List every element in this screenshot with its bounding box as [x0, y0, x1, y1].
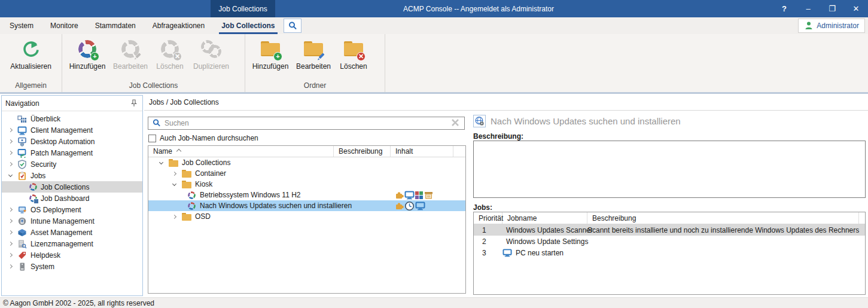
ordner-hinzufuegen-button[interactable]: + Hinzufügen	[249, 36, 292, 71]
chevron-down-icon[interactable]	[8, 173, 12, 177]
job-collection-duplizieren-button: Duplizieren	[188, 36, 234, 71]
menu-item-stammdaten[interactable]: Stammdaten	[87, 17, 144, 34]
menu-search-button[interactable]	[284, 19, 301, 33]
plus-badge-icon: +	[273, 52, 282, 61]
column-header-prioritaet[interactable]: Priorität	[474, 212, 502, 224]
button-label: Bearbeiten	[296, 62, 331, 71]
chevron-right-icon[interactable]	[8, 242, 12, 246]
job-collection-delete-icon: ✕	[160, 39, 180, 59]
chevron-right-icon[interactable]	[8, 264, 12, 269]
tree-row-label: Job Collections	[182, 158, 230, 167]
tree-row-kiosk[interactable]: Kiosk	[148, 179, 465, 190]
sidebar-item-ueberblick[interactable]: Überblick	[2, 113, 142, 124]
folder-edit-icon	[303, 39, 324, 59]
sidebar-item-os-deployment[interactable]: OS Deployment	[2, 204, 142, 215]
column-label: Priorität	[479, 214, 503, 222]
chevron-right-icon[interactable]	[8, 219, 12, 223]
column-header-jobname[interactable]: Jobname	[502, 212, 587, 224]
folder-add-icon: +	[260, 39, 281, 59]
job-collection-hinzufuegen-button[interactable]: + Hinzufügen	[66, 36, 109, 71]
tree-row-betriebssystem-windows-11-h2[interactable]: Betriebssystem Windows 11 H2	[148, 190, 465, 200]
sidebar-item-jobs[interactable]: Jobs	[2, 170, 142, 181]
description-label: Beschreibung:	[473, 132, 523, 141]
sidebar-item-client-management[interactable]: Client Management	[2, 124, 142, 136]
column-header-empty	[859, 212, 865, 224]
x-badge-icon: ✕	[357, 52, 366, 61]
search-input[interactable]	[165, 119, 448, 127]
job-row-windows-update-settings[interactable]: 2 Windows Update Settings	[474, 236, 865, 247]
tree-row-label: Kiosk	[195, 180, 212, 188]
column-header-name[interactable]: Name	[148, 146, 334, 157]
chevron-right-icon[interactable]	[8, 230, 12, 234]
window-title: ACMP Console -- Angemeldet als Administr…	[335, 0, 622, 17]
chevron-right-icon[interactable]	[8, 128, 12, 132]
window-controls: ? – ❐ ✕	[772, 0, 868, 17]
tree-row-osd[interactable]: OSD	[148, 211, 465, 222]
tree-row-job-collections[interactable]: Job Collections	[148, 157, 465, 168]
sidebar-item-intune-management[interactable]: Intune Management	[2, 215, 142, 227]
menu-item-monitore[interactable]: Monitore	[42, 17, 87, 34]
tree-row-nach-windows-updates[interactable]: Nach Windows Updates suchen und installi…	[148, 200, 465, 211]
chevron-right-icon[interactable]	[8, 139, 12, 144]
column-header-inhalt[interactable]: Inhalt	[391, 146, 453, 157]
column-header-beschreibung[interactable]: Beschreibung	[587, 212, 859, 224]
overview-icon	[17, 114, 27, 124]
menu-item-system[interactable]: System	[1, 17, 42, 34]
os-deployment-icon	[17, 205, 27, 215]
chevron-right-icon[interactable]	[172, 171, 176, 175]
sidebar-item-system[interactable]: System	[2, 261, 142, 272]
description-textarea[interactable]	[473, 141, 866, 198]
job-row-pc-neu-starten[interactable]: 3 PC neu starten	[474, 247, 865, 258]
sidebar-item-label: Überblick	[31, 115, 60, 123]
sidebar-item-security[interactable]: Security	[2, 158, 142, 170]
job-collections-list-panel: Auch Job-Namen durchsuchen Name Beschrei…	[147, 112, 468, 295]
job-collection-duplicate-icon	[201, 39, 221, 59]
job-row-windows-updates-scanner[interactable]: 1 Windows Updates Scanner Scannt bereits…	[474, 224, 865, 236]
asset-management-icon	[17, 228, 27, 237]
chevron-right-icon[interactable]	[172, 214, 176, 218]
ordner-bearbeiten-button[interactable]: Bearbeiten	[292, 36, 335, 71]
plus-badge-icon: +	[90, 52, 99, 61]
chevron-down-icon[interactable]	[172, 181, 176, 185]
chevron-right-icon[interactable]	[8, 162, 12, 166]
user-button-label: Administrator	[817, 22, 859, 30]
column-header-beschreibung[interactable]: Beschreibung	[334, 146, 391, 157]
help-button[interactable]: ?	[772, 0, 796, 17]
checkbox-unchecked[interactable]	[148, 135, 156, 142]
user-button[interactable]: Administrator	[798, 19, 865, 33]
pin-icon[interactable]	[129, 99, 139, 108]
titlebar-active-tab[interactable]: Job Collections	[211, 0, 275, 17]
column-label: Beschreibung	[339, 147, 382, 155]
navigation-title: Navigation	[5, 99, 129, 108]
sidebar-item-job-dashboard[interactable]: Job Dashboard	[2, 193, 142, 204]
chevron-right-icon[interactable]	[8, 151, 12, 155]
chevron-right-icon[interactable]	[8, 253, 12, 257]
aktualisieren-button[interactable]: Aktualisieren	[4, 36, 58, 71]
breadcrumb-text: Jobs / Job Collections	[149, 98, 219, 106]
sidebar-item-label: Job Dashboard	[41, 194, 89, 203]
ordner-loeschen-button[interactable]: ✕ Löschen	[335, 36, 372, 71]
sidebar-item-helpdesk[interactable]: Helpdesk	[2, 249, 142, 261]
folder-icon	[182, 170, 191, 178]
chevron-down-icon[interactable]	[159, 160, 163, 164]
tree-row-label: Nach Windows Updates suchen und installi…	[200, 202, 352, 210]
minimize-button[interactable]: –	[796, 0, 820, 17]
sidebar-item-desktop-automation[interactable]: Desktop Automation	[2, 136, 142, 147]
sidebar-item-asset-management[interactable]: Asset Management	[2, 227, 142, 238]
restore-button[interactable]: ❐	[820, 0, 844, 17]
close-button[interactable]: ✕	[844, 0, 868, 17]
tree-row-container[interactable]: Container	[148, 168, 465, 179]
menubar: System Monitore Stammdaten Abfrageaktion…	[0, 17, 868, 34]
puzzle-icon	[394, 201, 404, 211]
job-collection-icon	[188, 202, 196, 210]
clear-icon[interactable]	[451, 118, 461, 128]
chevron-right-icon[interactable]	[8, 208, 12, 212]
search-jobnames-option[interactable]: Auch Job-Namen durchsuchen	[148, 134, 258, 142]
sidebar-item-job-collections[interactable]: Job Collections	[2, 181, 142, 193]
sidebar-item-lizenzmanagement[interactable]: Lizenzmanagement	[2, 238, 142, 249]
menu-item-abfrageaktionen[interactable]: Abfrageaktionen	[144, 17, 213, 34]
sidebar-item-patch-management[interactable]: Patch Management	[2, 147, 142, 158]
sidebar-item-label: Security	[31, 160, 56, 169]
ribbon-group-label: Job Collections	[66, 80, 241, 92]
menu-item-job-collections[interactable]: Job Collections	[213, 17, 283, 34]
